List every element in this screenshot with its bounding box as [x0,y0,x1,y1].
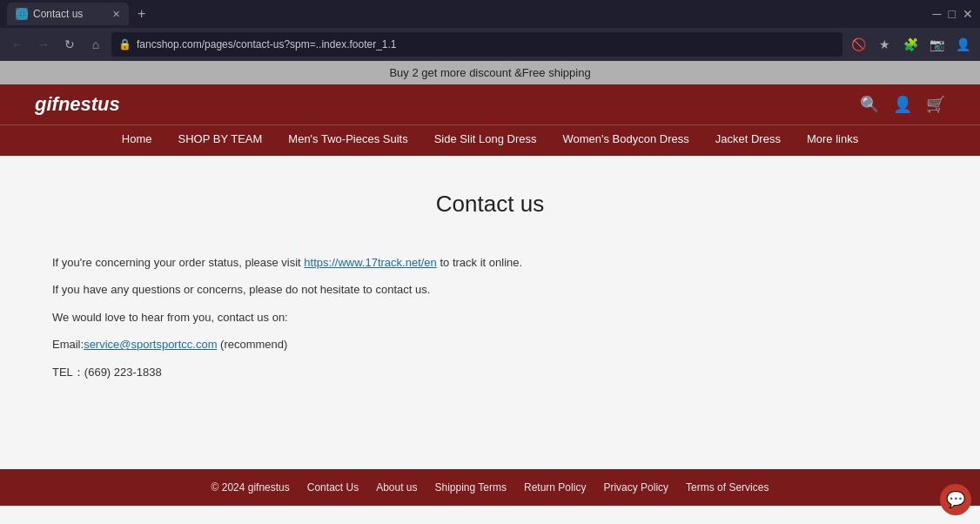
nav-item-mens-two-pieces-suits[interactable]: Men's Two-Pieces Suits [288,132,407,145]
footer-copyright: © 2024 gifnestus [211,481,290,494]
browser-toolbar: ← → ↻ ⌂ 🔒 fancshop.com/pages/contact-us?… [0,28,980,61]
email-label: Email: [52,338,84,351]
track-order-text-after: to track it online. [437,256,522,269]
footer-link-about-us[interactable]: About us [376,481,417,494]
minimize-button[interactable]: ─ [933,7,942,21]
lock-icon: 🔒 [118,38,131,50]
site-header: gifnestus 🔍 👤 🛒 [0,84,980,124]
screenshot-icon[interactable]: 📷 [926,34,947,55]
tel-paragraph: TEL：(669) 223-1838 [52,362,661,382]
site-logo[interactable]: gifnestus [35,93,120,116]
browser-tab[interactable]: 🌐 Contact us ✕ [7,3,129,25]
site-footer: © 2024 gifnestus Contact Us About us Shi… [0,469,980,506]
tracking-link[interactable]: https://www.17track.net/en [304,256,436,269]
back-button[interactable]: ← [7,34,28,55]
track-order-paragraph: If you're concerning your order status, … [52,252,661,272]
site-nav: Home SHOP BY TEAM Men's Two-Pieces Suits… [0,124,980,156]
bookmark-icon[interactable]: ★ [874,34,895,55]
nav-item-shop-by-team[interactable]: SHOP BY TEAM [178,132,263,145]
nav-item-side-slit-long-dress[interactable]: Side Slit Long Dress [434,132,537,145]
url-text: fancshop.com/pages/contact-us?spm=..inde… [137,38,397,50]
restore-button[interactable]: □ [949,7,956,21]
tel-number: (669) 223-1838 [84,366,162,379]
close-button[interactable]: ✕ [963,7,973,21]
email-note: (recommend) [217,338,287,351]
eye-slash-icon[interactable]: 🚫 [848,34,869,55]
tab-favicon-icon: 🌐 [16,8,28,20]
home-button[interactable]: ⌂ [85,34,106,55]
nav-item-jacket-dress[interactable]: Jacket Dress [715,132,781,145]
address-bar[interactable]: 🔒 fancshop.com/pages/contact-us?spm=..in… [111,32,842,57]
account-icon[interactable]: 👤 [952,34,973,55]
track-order-text-before: If you're concerning your order status, … [52,256,304,269]
forward-button[interactable]: → [33,34,54,55]
email-link[interactable]: service@sportsportcc.com [84,338,217,351]
banner-text: Buy 2 get more discount &Free shipping [389,66,590,79]
new-tab-button[interactable]: + [132,6,151,22]
account-icon[interactable]: 👤 [893,95,912,114]
main-content: Contact us If you're concerning your ord… [0,156,980,469]
love-to-hear-paragraph: We would love to hear from you, contact … [52,307,661,327]
nav-item-more-links[interactable]: More links [807,132,858,145]
contact-body: If you're concerning your order status, … [52,252,661,382]
browser-titlebar: 🌐 Contact us ✕ + ─ □ ✕ [0,0,980,28]
page-title: Contact us [52,191,928,218]
toolbar-right-icons: 🚫 ★ 🧩 📷 👤 [848,34,973,55]
nav-item-home[interactable]: Home [122,132,152,145]
footer-link-shipping-terms[interactable]: Shipping Terms [435,481,507,494]
browser-chrome: 🌐 Contact us ✕ + ─ □ ✕ ← → ↻ ⌂ 🔒 fancsho… [0,0,980,61]
header-icons: 🔍 👤 🛒 [860,95,945,114]
window-controls: ─ □ ✕ [933,7,973,21]
footer-link-contact-us[interactable]: Contact Us [307,481,359,494]
footer-link-return-policy[interactable]: Return Policy [524,481,586,494]
website: Buy 2 get more discount &Free shipping g… [0,61,980,506]
footer-link-terms-of-services[interactable]: Terms of Services [686,481,769,494]
reload-button[interactable]: ↻ [59,34,80,55]
nav-item-womens-bodycon-dress[interactable]: Women's Bodycon Dress [562,132,688,145]
extensions-icon[interactable]: 🧩 [900,34,921,55]
footer-link-privacy-policy[interactable]: Privacy Policy [603,481,668,494]
cart-icon[interactable]: 🛒 [926,95,945,114]
search-icon[interactable]: 🔍 [860,95,879,114]
tab-close-button[interactable]: ✕ [112,9,120,20]
email-paragraph: Email:service@sportsportcc.com (recommen… [52,334,661,354]
chat-icon: 💬 [946,490,965,506]
questions-paragraph: If you have any questions or concerns, p… [52,279,661,299]
tab-title: Contact us [33,8,83,20]
top-banner: Buy 2 get more discount &Free shipping [0,61,980,84]
tel-label: TEL： [52,366,84,379]
